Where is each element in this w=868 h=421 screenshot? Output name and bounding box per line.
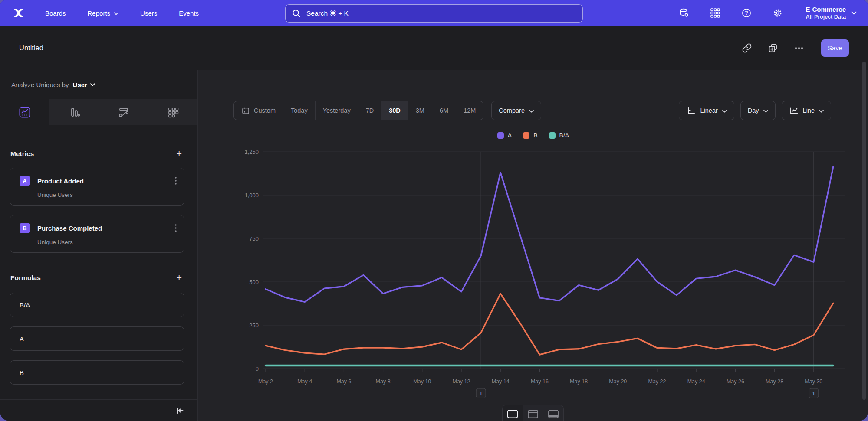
calendar-icon <box>241 106 250 115</box>
report-header: Untitled Save <box>0 26 868 70</box>
svg-text:1,250: 1,250 <box>244 149 259 155</box>
search-input[interactable]: Search ⌘ + K <box>285 4 583 23</box>
tab-retention[interactable] <box>148 99 197 125</box>
view-chart-and-table-icon[interactable] <box>503 405 523 421</box>
metric-options-icon[interactable] <box>174 223 177 233</box>
search-placeholder: Search ⌘ + K <box>306 10 349 17</box>
analyze-by-selector[interactable]: User <box>73 81 95 88</box>
date-range-30d[interactable]: 30D <box>381 101 408 120</box>
metric-name: Purchase Completed <box>37 225 102 232</box>
top-nav: BoardsReportsUsersEvents Search ⌘ + K <box>0 0 868 26</box>
line-chart[interactable]: 02505007501,0001,250 1 1May 2May 4May 6M… <box>198 127 868 421</box>
app-window: BoardsReportsUsersEvents Search ⌘ + K <box>0 0 868 421</box>
date-range-3m[interactable]: 3M <box>408 101 432 120</box>
chart-type-selector[interactable]: Line <box>782 101 831 120</box>
legend-label: B/A <box>559 132 569 139</box>
mixpanel-logo-icon[interactable] <box>11 6 26 20</box>
svg-text:May 16: May 16 <box>531 379 549 385</box>
date-range-7d[interactable]: 7D <box>358 101 382 120</box>
more-icon[interactable] <box>792 42 806 55</box>
formulas-section-head: Formulas + <box>10 274 184 282</box>
svg-text:500: 500 <box>249 279 259 285</box>
svg-text:May 28: May 28 <box>766 379 783 385</box>
svg-text:May 14: May 14 <box>492 379 510 385</box>
legend-swatch <box>497 132 504 139</box>
interval-selector[interactable]: Day <box>740 101 776 120</box>
formula-card[interactable]: B <box>10 360 184 385</box>
series-b[interactable] <box>266 294 833 355</box>
metric-card-b[interactable]: BPurchase CompletedUnique Users <box>10 215 184 253</box>
sidebar-body: Metrics + AProduct AddedUnique UsersBPur… <box>0 125 197 399</box>
add-metric-button[interactable]: + <box>176 150 182 158</box>
svg-text:May 2: May 2 <box>258 379 273 385</box>
metric-letter-badge: A <box>20 176 30 186</box>
legend-swatch <box>523 132 529 139</box>
tab-flows[interactable] <box>99 99 148 125</box>
svg-text:May 20: May 20 <box>609 379 627 385</box>
svg-text:?: ? <box>745 10 748 16</box>
svg-text:May 8: May 8 <box>376 379 391 385</box>
svg-text:May 6: May 6 <box>336 379 351 385</box>
link-icon[interactable] <box>740 42 753 55</box>
data-gear-icon[interactable] <box>678 7 690 19</box>
metric-card-a[interactable]: AProduct AddedUnique Users <box>10 168 184 206</box>
settings-gear-icon[interactable] <box>772 7 784 19</box>
chart-panel: CustomTodayYesterday7D30D3M6M12M Compare <box>198 70 868 421</box>
date-range-today[interactable]: Today <box>283 101 316 120</box>
apps-grid-icon[interactable] <box>709 7 721 19</box>
chevron-down-icon <box>851 11 857 15</box>
metric-measurement[interactable]: Unique Users <box>37 192 177 198</box>
legend-item-a[interactable]: A <box>497 132 512 139</box>
nav-items: BoardsReportsUsersEvents <box>45 10 199 17</box>
svg-text:May 26: May 26 <box>727 379 744 385</box>
scrollbar[interactable] <box>862 62 866 400</box>
view-chart-only-icon[interactable] <box>523 405 543 421</box>
save-button[interactable]: Save <box>821 39 849 57</box>
linear-axis-icon <box>686 106 696 115</box>
duplicate-icon[interactable] <box>766 42 779 55</box>
chart-canvas: ABB/A 02505007501,0001,250 1 1May 2May 4… <box>198 127 868 421</box>
annotation-marker[interactable]: 1 <box>809 388 819 398</box>
formulas-title: Formulas <box>10 274 41 282</box>
help-icon[interactable]: ? <box>740 7 753 19</box>
annotation-marker[interactable]: 1 <box>476 388 486 398</box>
formula-card[interactable]: B/A <box>10 293 184 317</box>
chart-controls: CustomTodayYesterday7D30D3M6M12M Compare <box>233 101 831 120</box>
metric-name: Product Added <box>37 177 84 185</box>
project-switcher[interactable]: E-Commerce All Project Data <box>806 6 857 20</box>
flows-icon <box>117 106 130 119</box>
view-switcher <box>502 405 564 421</box>
chart-type-tabs <box>0 99 197 125</box>
date-range-yesterday[interactable]: Yesterday <box>316 101 358 120</box>
date-range-12m[interactable]: 12M <box>456 101 483 120</box>
legend-item-b[interactable]: B <box>523 132 537 139</box>
report-title[interactable]: Untitled <box>19 44 43 52</box>
compare-button[interactable]: Compare <box>491 101 541 120</box>
metrics-list: AProduct AddedUnique UsersBPurchase Comp… <box>10 168 184 253</box>
nav-item-boards[interactable]: Boards <box>45 10 66 17</box>
formula-card[interactable]: A <box>10 326 184 351</box>
metrics-title: Metrics <box>10 150 34 158</box>
metric-measurement[interactable]: Unique Users <box>37 239 177 245</box>
nav-item-users[interactable]: Users <box>140 10 157 17</box>
date-range-6m[interactable]: 6M <box>432 101 456 120</box>
nav-item-reports[interactable]: Reports <box>88 10 119 17</box>
collapse-sidebar-icon[interactable] <box>173 404 186 417</box>
legend-item-b-a[interactable]: B/A <box>549 132 569 139</box>
chart-legend: ABB/A <box>198 132 868 139</box>
add-formula-button[interactable]: + <box>176 274 182 282</box>
tab-funnels[interactable] <box>49 99 99 125</box>
tab-insights[interactable] <box>0 99 49 125</box>
svg-text:1: 1 <box>812 390 815 397</box>
sidebar-footer <box>0 399 197 421</box>
nav-item-events[interactable]: Events <box>179 10 199 17</box>
top-nav-right: ? E-Commerce All Project Data <box>678 6 857 20</box>
project-scope: All Project Data <box>806 14 846 21</box>
retention-icon <box>167 106 180 119</box>
date-range-custom[interactable]: Custom <box>234 101 283 120</box>
date-range-control: CustomTodayYesterday7D30D3M6M12M <box>233 101 483 120</box>
view-table-only-icon[interactable] <box>543 405 563 421</box>
metric-options-icon[interactable] <box>174 176 177 186</box>
svg-text:May 22: May 22 <box>648 379 666 385</box>
scale-selector[interactable]: Linear <box>679 101 734 120</box>
